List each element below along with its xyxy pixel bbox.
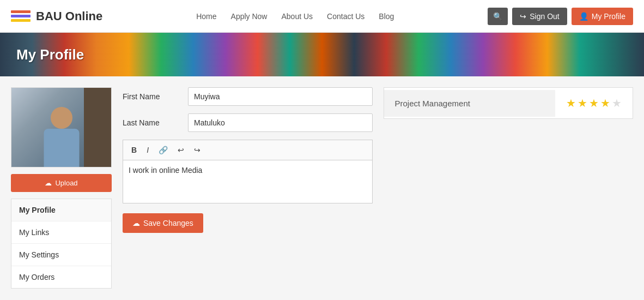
save-label: Save Changes xyxy=(143,219,193,227)
nav-home[interactable]: Home xyxy=(191,12,222,21)
sidebar-item-my-orders[interactable]: My Orders xyxy=(11,266,111,288)
star-2: ★ xyxy=(578,97,587,110)
course-card: Project Management ★ ★ ★ ★ ★ xyxy=(384,87,634,119)
door-background xyxy=(84,88,111,167)
sidebar-item-my-links[interactable]: My Links xyxy=(11,221,111,244)
brand-online: Online xyxy=(65,9,102,23)
logo-line2 xyxy=(11,15,31,17)
bold-button[interactable]: B xyxy=(127,143,141,157)
last-name-label: Last Name xyxy=(123,118,188,127)
sidebar: ☁ Upload My Profile My Links My Settings… xyxy=(11,87,112,295)
nav-contact[interactable]: Contact Us xyxy=(321,12,370,21)
rte-toolbar: B I 🔗 ↩ ↪ xyxy=(123,140,373,160)
nav-contact-link[interactable]: Contact Us xyxy=(321,9,370,24)
upload-label: Upload xyxy=(55,179,77,187)
redo-button[interactable]: ↪ xyxy=(190,143,204,157)
first-name-label: First Name xyxy=(123,92,188,101)
main-content: ☁ Upload My Profile My Links My Settings… xyxy=(0,76,644,300)
signout-icon: ↪ xyxy=(520,12,526,21)
save-changes-button[interactable]: ☁ Save Changes xyxy=(123,213,203,233)
navbar-actions: 🔍 ↪ Sign Out 👤 My Profile xyxy=(488,8,633,25)
main-nav: Home Apply Now About Us Contact Us Blog xyxy=(191,12,399,21)
italic-button[interactable]: I xyxy=(143,143,153,157)
myprofile-nav-label: My Profile xyxy=(592,12,625,21)
star-1: ★ xyxy=(566,97,576,110)
avatar-image xyxy=(11,88,111,167)
myprofile-nav-button[interactable]: 👤 My Profile xyxy=(572,8,633,25)
save-icon: ☁ xyxy=(132,219,140,227)
brand-logo xyxy=(11,10,31,22)
undo-button[interactable]: ↩ xyxy=(174,143,188,157)
bio-editor: B I 🔗 ↩ ↪ I work in online Media xyxy=(123,140,373,203)
sidebar-menu: My Profile My Links My Settings My Order… xyxy=(11,199,112,289)
nav-apply-link[interactable]: Apply Now xyxy=(226,9,273,24)
first-name-input[interactable] xyxy=(188,87,373,106)
nav-apply[interactable]: Apply Now xyxy=(226,12,273,21)
brand: BAU Online xyxy=(11,9,102,23)
star-4: ★ xyxy=(600,97,610,110)
star-3: ★ xyxy=(589,97,599,110)
avatar-box xyxy=(11,87,112,167)
search-icon: 🔍 xyxy=(493,12,502,21)
nav-blog[interactable]: Blog xyxy=(373,12,399,21)
profile-form: First Name Last Name B I 🔗 ↩ ↪ I work in… xyxy=(123,87,373,295)
signout-label: Sign Out xyxy=(530,12,559,21)
hero-banner: My Profile xyxy=(0,33,644,76)
link-button[interactable]: 🔗 xyxy=(155,143,172,157)
search-button[interactable]: 🔍 xyxy=(488,8,508,25)
signout-button[interactable]: ↪ Sign Out xyxy=(512,8,567,25)
sidebar-item-my-settings[interactable]: My Settings xyxy=(11,244,111,266)
star-5: ★ xyxy=(612,97,622,110)
brand-text: BAU Online xyxy=(36,9,102,23)
last-name-row: Last Name xyxy=(123,113,373,132)
page-title: My Profile xyxy=(16,46,84,63)
brand-bau: BAU xyxy=(36,9,62,23)
first-name-row: First Name xyxy=(123,87,373,106)
last-name-input[interactable] xyxy=(188,113,373,132)
nav-blog-link[interactable]: Blog xyxy=(373,9,399,24)
avatar-person xyxy=(40,101,83,167)
navbar: BAU Online Home Apply Now About Us Conta… xyxy=(0,0,644,33)
logo-line1 xyxy=(11,10,31,13)
user-icon: 👤 xyxy=(579,12,588,21)
person-body xyxy=(44,129,79,167)
upload-button[interactable]: ☁ Upload xyxy=(11,174,112,192)
nav-about[interactable]: About Us xyxy=(276,12,318,21)
course-rating: ★ ★ ★ ★ ★ xyxy=(555,88,633,118)
course-name: Project Management xyxy=(384,90,556,117)
person-head xyxy=(51,107,72,129)
right-panel: Project Management ★ ★ ★ ★ ★ xyxy=(384,87,634,295)
sidebar-item-my-profile[interactable]: My Profile xyxy=(11,199,111,221)
logo-line3 xyxy=(11,19,31,22)
nav-home-link[interactable]: Home xyxy=(191,9,222,24)
nav-about-link[interactable]: About Us xyxy=(276,9,318,24)
upload-icon: ☁ xyxy=(45,179,52,187)
bio-text[interactable]: I work in online Media xyxy=(123,160,373,203)
